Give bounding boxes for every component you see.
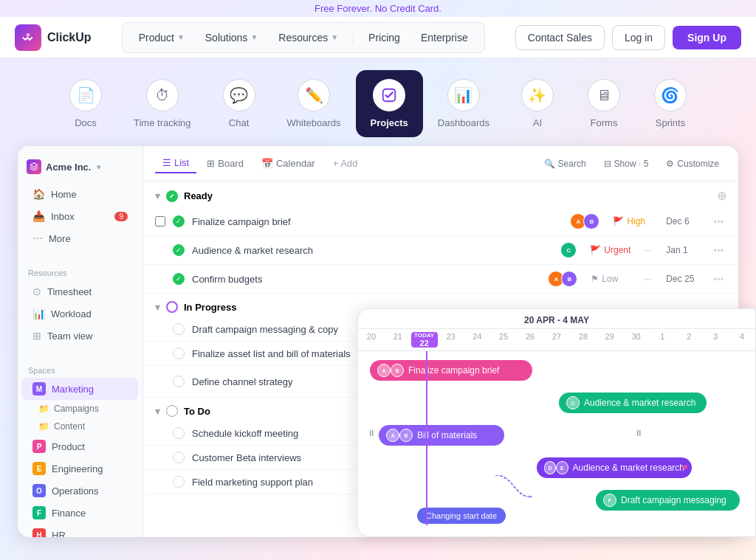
view-list[interactable]: ☰ List — [155, 153, 196, 173]
product-dot: P — [32, 440, 46, 453]
app-wrapper: Acme Inc. ▾ 🏠 Home 📥 Inbox 9 ⋯ More — [0, 146, 756, 537]
view-calendar[interactable]: 📅 Calendar — [254, 154, 323, 173]
date-cell: 21 — [385, 332, 411, 348]
engineering-dot: E — [32, 462, 46, 475]
sub-content[interactable]: 📁 Content — [18, 418, 142, 435]
tab-chat[interactable]: 💬 Chat — [206, 70, 272, 137]
tab-time-tracking[interactable]: ⏱ Time tracking — [119, 70, 206, 137]
space-engineering[interactable]: E Engineering — [22, 457, 138, 480]
task-options-2[interactable]: ••• — [710, 245, 726, 256]
gantt-bar-market-research[interactable]: C Audience & market research — [559, 393, 707, 413]
nav-resources[interactable]: Resources ▼ — [269, 27, 347, 48]
space-operations[interactable]: O Operations — [22, 480, 138, 502]
space-product[interactable]: P Product — [22, 435, 138, 457]
marketing-dot: M — [32, 382, 46, 395]
tab-dashboards[interactable]: 📊 Dashboards — [423, 70, 504, 137]
page-wrapper: Free Forever. No Credit Card. ClickUp Pr… — [0, 0, 756, 537]
ready-status-dot: ✓ — [166, 190, 178, 202]
nav-divider — [353, 30, 354, 45]
sidebar-item-more[interactable]: ⋯ More — [22, 227, 138, 249]
ready-add[interactable]: ⊕ — [717, 189, 726, 203]
sidebar-item-teamview[interactable]: ⊞ Team view — [22, 325, 138, 347]
gantt-overlay: 20 APR - 4 MAY 20 21 TODAY 22 23 24 25 2… — [357, 308, 756, 537]
ready-arrow[interactable]: ▾ — [155, 190, 160, 201]
task-row[interactable]: ✓ Audience & market research C 🚩 Urgent … — [143, 236, 738, 265]
search-button[interactable]: 🔍 Search — [537, 155, 594, 173]
tab-forms[interactable]: 🖥 Forms — [571, 70, 637, 137]
sidebar-item-workload[interactable]: 📊 Workload — [22, 303, 138, 325]
customize-button[interactable]: ⚙ Customize — [659, 155, 726, 173]
tab-projects[interactable]: Projects — [356, 70, 423, 137]
ready-label: Ready — [184, 190, 213, 201]
feature-tabs: 📄 Docs ⏱ Time tracking 💬 Chat ✏️ Whitebo… — [0, 58, 756, 146]
date-cell: 24 — [464, 332, 490, 348]
more-icon: ⋯ — [32, 232, 43, 244]
task-options-1[interactable]: ••• — [710, 216, 726, 227]
nav-solutions[interactable]: Solutions ▼ — [196, 27, 267, 48]
ai-icon: ✨ — [521, 79, 554, 111]
date-cell: 26 — [517, 332, 543, 348]
signup-button[interactable]: Sign Up — [673, 26, 741, 49]
gantt-avatar: A — [386, 429, 399, 442]
space-finance[interactable]: F Finance — [22, 502, 138, 524]
todo-arrow[interactable]: ▾ — [155, 406, 160, 417]
task-status-3: ✓ — [173, 273, 185, 285]
bar-handle[interactable]: ⏸ — [367, 428, 376, 438]
task-row[interactable]: ✓ Finalize campaign brief A B 🚩 High Dec… — [143, 207, 738, 236]
gantt-avatar: E — [556, 461, 568, 474]
top-navbar: ClickUp Product ▼ Solutions ▼ Resources … — [0, 17, 756, 58]
workspace-header[interactable]: Acme Inc. ▾ — [18, 155, 142, 183]
nav-enterprise[interactable]: Enterprise — [412, 27, 477, 48]
view-add[interactable]: + Add — [326, 154, 365, 173]
gantt-bar-bill-materials[interactable]: A B Bill of materials — [379, 425, 504, 446]
whiteboards-icon: ✏️ — [298, 79, 330, 111]
tab-sprints[interactable]: 🌀 Sprints — [637, 70, 704, 137]
sidebar-item-timesheet[interactable]: ⊙ Timesheet — [22, 280, 138, 303]
gantt-bar-row-1: A B Finalize campaign brief — [367, 357, 746, 384]
task-options-3[interactable]: ••• — [710, 274, 726, 285]
gantt-avatar: B — [391, 364, 404, 377]
space-marketing[interactable]: M Marketing — [22, 378, 138, 400]
gantt-header: 20 APR - 4 MAY — [358, 309, 755, 329]
sidebar-item-inbox[interactable]: 📥 Inbox 9 — [22, 205, 138, 227]
task-avatars-3: A B — [548, 271, 577, 287]
contact-sales-button[interactable]: Contact Sales — [515, 25, 605, 50]
gantt-bar-audience-2[interactable]: D E Audience & market research — [537, 457, 692, 478]
nav-pricing[interactable]: Pricing — [360, 27, 409, 48]
date-cell: 20 — [358, 332, 385, 348]
tab-ai[interactable]: ✨ AI — [504, 70, 571, 137]
finance-dot: F — [32, 506, 46, 519]
bar-dot — [683, 465, 687, 469]
date-cell: 27 — [543, 332, 570, 348]
task-status-6 — [173, 376, 185, 387]
sidebar-item-home[interactable]: 🏠 Home — [22, 183, 138, 205]
gantt-bar-draft-campaign[interactable]: F Draft campaign messaging — [596, 490, 740, 511]
gantt-avatar: A — [377, 364, 391, 377]
inprogress-label: In Progress — [184, 302, 237, 313]
view-board[interactable]: ⊞ Board — [199, 154, 251, 173]
nav-product[interactable]: Product ▼ — [130, 27, 193, 48]
inprogress-status-dot — [166, 301, 178, 313]
show-button[interactable]: ⊟ Show · 5 — [597, 155, 656, 173]
top-actions: Contact Sales Log in Sign Up — [515, 25, 741, 50]
tab-docs[interactable]: 📄 Docs — [52, 70, 119, 137]
list-icon: ☰ — [162, 157, 171, 168]
date-cell: 3 — [702, 332, 729, 348]
task-date-2: Jan 1 — [666, 245, 703, 255]
inprogress-arrow[interactable]: ▾ — [155, 302, 160, 313]
logo-area: ClickUp — [15, 24, 92, 51]
todo-label: To Do — [184, 406, 210, 417]
task-row[interactable]: ✓ Confirm budgets A B ⚑ Low ··· Dec 25 •… — [143, 265, 738, 294]
todo-status-dot — [166, 405, 178, 417]
tab-whiteboards[interactable]: ✏️ Whiteboards — [272, 70, 356, 137]
task-status-2: ✓ — [173, 244, 185, 256]
space-hr[interactable]: H HR — [22, 524, 138, 537]
inbox-badge: 9 — [114, 212, 128, 221]
spaces-label: Spaces — [18, 359, 142, 378]
date-cell: 28 — [570, 332, 597, 348]
gantt-bar-campaign-brief[interactable]: A B Finalize campaign brief — [370, 360, 532, 381]
sub-campaigns[interactable]: 📁 Campaigns — [18, 400, 142, 418]
login-button[interactable]: Log in — [612, 25, 665, 50]
gantt-avatar: F — [603, 494, 616, 507]
task-checkbox[interactable] — [155, 216, 165, 227]
